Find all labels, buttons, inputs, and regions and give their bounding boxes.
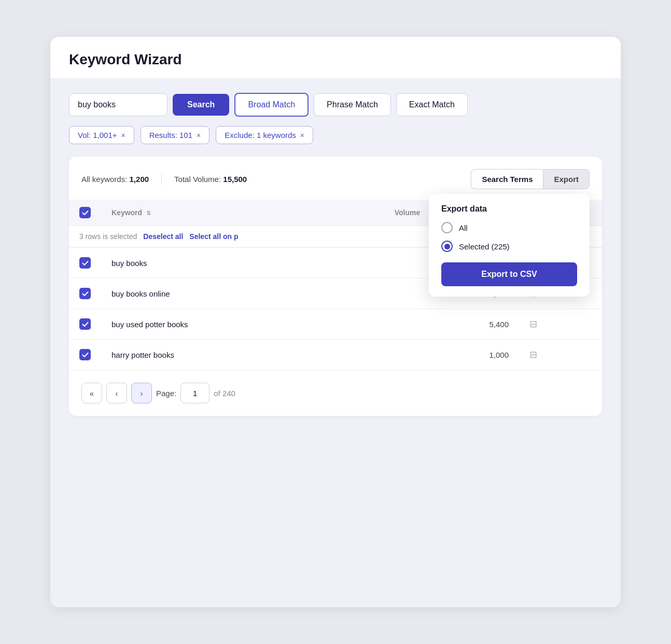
search-row: Search Broad Match Phrase Match Exact Ma… xyxy=(69,93,602,117)
selection-info: 3 rows is selected xyxy=(79,232,137,241)
exact-match-button[interactable]: Exact Match xyxy=(396,93,468,116)
col-keyword: Keyword ⇅ xyxy=(101,200,384,226)
summary-divider xyxy=(161,174,162,185)
filter-row: Vol: 1,001+ × Results: 101 × Exclude: 1 … xyxy=(69,126,602,144)
filter-exclude-label: Exclude: 1 keywords xyxy=(225,131,296,139)
row-4-checkbox[interactable] xyxy=(79,349,91,360)
page-of: of 240 xyxy=(214,389,235,398)
prev-page-button[interactable]: ‹ xyxy=(106,383,127,403)
header-checkbox[interactable] xyxy=(79,207,91,218)
row-4-copy-icon[interactable]: ⊟ xyxy=(529,349,537,360)
summary-actions: Search Terms Export xyxy=(471,169,590,189)
radio-selected[interactable] xyxy=(441,241,453,252)
search-terms-button[interactable]: Search Terms xyxy=(471,169,543,189)
radio-all[interactable] xyxy=(441,222,453,233)
export-dropdown: Export data All Selected (225) Export to… xyxy=(429,194,590,297)
export-selected-label: Selected (225) xyxy=(459,242,510,251)
row-2-checkbox[interactable] xyxy=(79,288,91,299)
export-button[interactable]: Export xyxy=(543,169,590,189)
filter-vol-label: Vol: 1,001+ xyxy=(78,131,117,139)
broad-match-button[interactable]: Broad Match xyxy=(234,93,309,117)
export-dropdown-title: Export data xyxy=(441,204,577,214)
filter-exclude-close[interactable]: × xyxy=(300,131,304,139)
filter-results-close[interactable]: × xyxy=(197,131,201,139)
export-all-label: All xyxy=(459,223,468,232)
filter-vol[interactable]: Vol: 1,001+ × xyxy=(69,126,134,144)
row-3-copy-icon[interactable]: ⊟ xyxy=(529,319,537,329)
row-3-volume: 5,400 xyxy=(384,309,519,340)
search-button[interactable]: Search xyxy=(173,94,229,116)
filter-results[interactable]: Results: 101 × xyxy=(141,126,210,144)
col-checkbox xyxy=(69,200,101,226)
table-card: All keywords: 1,200 Total Volume: 15,500… xyxy=(69,157,602,416)
row-3-keyword: buy used potter books xyxy=(101,309,384,340)
filter-vol-close[interactable]: × xyxy=(121,131,125,139)
row-2-keyword: buy books online xyxy=(101,278,384,309)
filter-results-label: Results: 101 xyxy=(149,131,192,139)
sort-arrows-icon[interactable]: ⇅ xyxy=(146,210,151,216)
all-keywords-summary: All keywords: 1,200 xyxy=(81,175,149,184)
page-title: Keyword Wizard xyxy=(69,51,602,68)
row-1-checkbox[interactable] xyxy=(79,257,91,269)
phrase-match-button[interactable]: Phrase Match xyxy=(314,93,391,116)
page-input[interactable] xyxy=(180,383,209,403)
deselect-all-link[interactable]: Deselect all xyxy=(143,232,183,241)
export-option-all[interactable]: All xyxy=(441,222,577,233)
export-option-selected[interactable]: Selected (225) xyxy=(441,241,577,252)
search-input[interactable] xyxy=(69,93,167,116)
row-3-checkbox[interactable] xyxy=(79,318,91,330)
row-4-keyword: harry potter books xyxy=(101,340,384,370)
row-4-volume: 1,000 xyxy=(384,340,519,370)
first-page-button[interactable]: « xyxy=(81,383,102,403)
page-label: Page: xyxy=(156,389,176,398)
row-1-keyword: buy books xyxy=(101,248,384,278)
pagination: « ‹ › Page: of 240 xyxy=(69,370,602,416)
next-page-button[interactable]: › xyxy=(131,383,152,403)
select-all-link[interactable]: Select all on p xyxy=(189,232,238,241)
table-row: harry potter books 1,000 ⊟ xyxy=(69,340,602,370)
filter-exclude[interactable]: Exclude: 1 keywords × xyxy=(216,126,313,144)
export-csv-button[interactable]: Export to CSV xyxy=(441,262,577,286)
table-row: buy used potter books 5,400 ⊟ xyxy=(69,309,602,340)
total-volume-summary: Total Volume: 15,500 xyxy=(174,175,247,184)
